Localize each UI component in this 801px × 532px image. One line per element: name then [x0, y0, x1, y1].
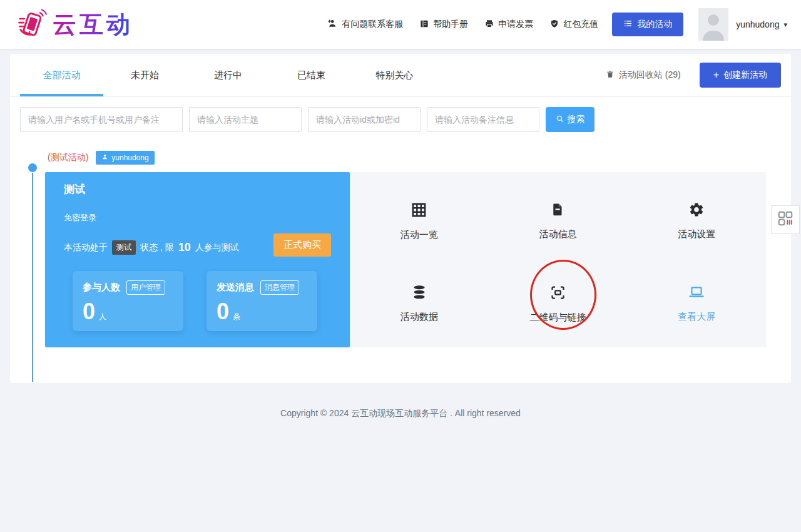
nav-label: 有问题联系客服 — [342, 19, 403, 30]
activity-row: 测试 免密登录 本活动处于 测试 状态 , 限 10 人参与测试 正式购买 参与… — [45, 172, 766, 347]
logo[interactable]: 云互动 — [15, 7, 133, 42]
create-activity-button[interactable]: + 创建新活动 — [700, 63, 781, 88]
logo-phone-hand-icon — [15, 7, 48, 42]
recycle-bin-label: 活动回收站 (29) — [619, 69, 681, 81]
search-button-label: 搜索 — [568, 114, 585, 125]
copyright-text: Copyright © 2024 云互动现场互动服务平台 . All right… — [280, 408, 521, 418]
action-view-big-screen[interactable]: 查看大屏 — [627, 262, 766, 345]
activity-summary-card[interactable]: 测试 免密登录 本活动处于 测试 状态 , 限 10 人参与测试 正式购买 参与… — [45, 172, 350, 347]
timeline-line — [32, 173, 33, 382]
plus-icon: + — [713, 70, 719, 80]
gear-icon — [688, 202, 705, 220]
stat-label: 参与人数 — [83, 282, 120, 294]
nav-label: 帮助手册 — [433, 19, 468, 30]
person-icon — [101, 153, 108, 162]
buy-official-button[interactable]: 正式购买 — [273, 233, 331, 257]
search-filters: 搜索 — [10, 97, 791, 142]
action-activity-overview[interactable]: 活动一览 — [350, 180, 489, 262]
main-content-card: 全部活动 未开始 进行中 已结束 特别关心 活动回收站 (29) + 创建新活动 — [10, 54, 791, 383]
search-input-activity-id[interactable] — [308, 107, 421, 132]
user-management-badge[interactable]: 用户管理 — [126, 280, 165, 295]
my-activities-label: 我的活动 — [637, 19, 672, 30]
nav-red-packet-recharge[interactable]: 红包充值 — [549, 19, 598, 31]
stat-unit: 条 — [233, 312, 240, 322]
action-label: 活动一览 — [400, 229, 438, 241]
stat-value: 0 — [217, 300, 229, 323]
qr-scan-icon — [549, 284, 566, 304]
search-input-note[interactable] — [427, 107, 539, 132]
activity-header: (测试活动) yunhudong — [48, 151, 791, 165]
stat-value: 0 — [83, 300, 95, 323]
tab-not-started[interactable]: 未开始 — [103, 54, 186, 96]
status-limit: 10 — [178, 241, 191, 254]
account-dropdown[interactable]: yunhudong ▾ — [736, 19, 787, 29]
list-icon — [623, 19, 633, 30]
status-suffix: 人参与测试 — [195, 242, 239, 253]
action-activity-data[interactable]: 活动数据 — [350, 262, 489, 345]
stat-card-messages: 发送消息 消息管理 0 条 — [207, 271, 317, 331]
action-label: 活动信息 — [539, 228, 576, 240]
book-icon — [419, 19, 429, 31]
tab-bar: 全部活动 未开始 进行中 已结束 特别关心 活动回收站 (29) + 创建新活动 — [10, 54, 791, 97]
action-activity-info[interactable]: 活动信息 — [489, 180, 628, 262]
printer-icon — [484, 19, 494, 31]
logo-text: 云互动 — [53, 9, 133, 41]
header: 云互动 有问题联系客服 帮助手册 — [0, 0, 801, 49]
laptop-icon — [688, 284, 705, 303]
status-badge: 测试 — [112, 240, 136, 255]
activity-tag: (测试活动) — [48, 152, 88, 163]
tab-bar-right: 活动回收站 (29) + 创建新活动 — [606, 63, 781, 88]
owner-badge[interactable]: yunhudong — [96, 151, 154, 165]
action-label: 二维码与链接 — [529, 312, 586, 324]
stat-label: 发送消息 — [217, 282, 254, 294]
search-icon — [556, 115, 564, 125]
document-icon — [550, 202, 565, 220]
avatar[interactable] — [698, 8, 728, 41]
floating-qr-button[interactable] — [771, 205, 800, 234]
stat-unit: 人 — [99, 312, 106, 322]
create-activity-label: 创建新活动 — [723, 69, 767, 81]
caret-down-icon: ▾ — [783, 21, 787, 29]
action-label: 活动设置 — [678, 228, 715, 240]
status-prefix: 本活动处于 — [64, 242, 108, 253]
tab-special-focus[interactable]: 特别关心 — [353, 54, 436, 96]
stats-row: 参与人数 用户管理 0 人 发送消息 消息管理 0 条 — [73, 271, 331, 331]
timeline-dot — [28, 163, 37, 172]
search-input-topic[interactable] — [189, 107, 302, 132]
action-activity-settings[interactable]: 活动设置 — [627, 180, 766, 262]
action-panel: 活动一览 活动信息 活动设置 — [350, 172, 766, 347]
person-plus-icon — [327, 18, 338, 31]
grid-icon — [411, 202, 427, 221]
status-middle: 状态 , 限 — [140, 242, 174, 253]
shield-check-icon — [549, 19, 559, 31]
tab-ended[interactable]: 已结束 — [270, 54, 353, 96]
tab-all-activities[interactable]: 全部活动 — [20, 54, 103, 96]
trash-icon — [606, 69, 615, 81]
nav-label: 红包充值 — [563, 19, 598, 30]
search-button[interactable]: 搜索 — [546, 107, 594, 132]
nav-request-invoice[interactable]: 申请发票 — [484, 19, 533, 31]
action-label: 查看大屏 — [678, 311, 715, 323]
nav-contact-support[interactable]: 有问题联系客服 — [327, 18, 403, 31]
stat-card-participants: 参与人数 用户管理 0 人 — [73, 271, 183, 331]
nav-label: 申请发票 — [498, 19, 533, 30]
search-input-user[interactable] — [20, 107, 183, 132]
qr-mini-icon — [777, 210, 793, 229]
activity-title: 测试 — [64, 182, 331, 197]
tab-in-progress[interactable]: 进行中 — [186, 54, 270, 96]
account-username: yunhudong — [736, 19, 779, 29]
database-icon — [411, 284, 427, 303]
header-nav: 有问题联系客服 帮助手册 申请发票 — [327, 18, 598, 31]
message-management-badge[interactable]: 消息管理 — [260, 280, 299, 295]
nav-help-manual[interactable]: 帮助手册 — [419, 19, 468, 31]
footer: Copyright © 2024 云互动现场互动服务平台 . All right… — [0, 408, 801, 419]
my-activities-button[interactable]: 我的活动 — [612, 13, 683, 36]
action-label: 活动数据 — [400, 311, 438, 323]
owner-badge-label: yunhudong — [111, 153, 148, 162]
recycle-bin-link[interactable]: 活动回收站 (29) — [606, 69, 681, 81]
activity-login-mode: 免密登录 — [64, 212, 331, 223]
action-qrcode-links[interactable]: 二维码与链接 — [489, 262, 628, 345]
